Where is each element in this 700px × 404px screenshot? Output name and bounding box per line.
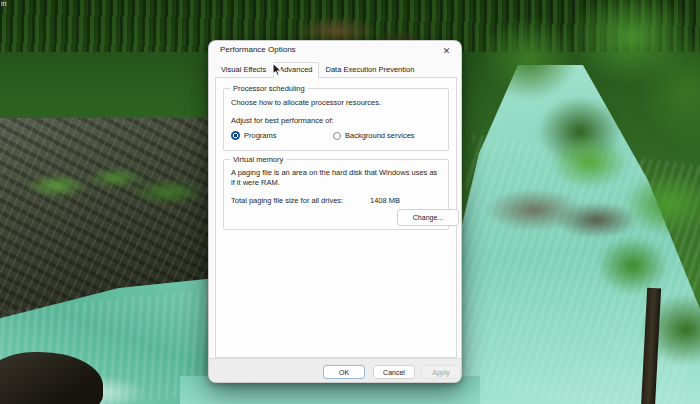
- corner-watermark: in: [1, 0, 6, 7]
- paging-file-total-label: Total paging file size for all drives:: [231, 196, 343, 206]
- processor-scheduling-description: Choose how to allocate processor resourc…: [231, 98, 443, 108]
- tab-data-execution-prevention[interactable]: Data Execution Prevention: [320, 62, 421, 77]
- paging-file-size-value: 1408 MB: [370, 196, 400, 206]
- wallpaper-trees-right: [538, 118, 700, 364]
- ok-button[interactable]: OK: [323, 365, 365, 379]
- dialog-title: Performance Options: [220, 45, 296, 54]
- apply-button: Apply: [421, 365, 461, 379]
- performance-options-dialog: Performance Options ✕ Visual Effects Adv…: [208, 40, 462, 383]
- radio-background-services[interactable]: Background services: [333, 131, 415, 140]
- radio-programs[interactable]: Programs: [231, 131, 277, 140]
- performance-radio-group: Programs Background services: [231, 131, 443, 143]
- paging-file-description: A paging file is an area on the hard dis…: [231, 168, 439, 187]
- advanced-tab-panel: Processor scheduling Choose how to alloc…: [215, 77, 457, 358]
- radio-unselected-icon[interactable]: [333, 132, 341, 140]
- wallpaper-moss: [8, 158, 203, 220]
- group-legend: Virtual memory: [230, 155, 286, 164]
- virtual-memory-group: Virtual memory A paging file is an area …: [223, 159, 449, 230]
- mouse-cursor: [272, 62, 284, 78]
- radio-selected-icon[interactable]: [231, 131, 240, 140]
- change-button[interactable]: Change...: [397, 209, 459, 226]
- close-icon[interactable]: ✕: [439, 44, 454, 58]
- adjust-performance-label: Adjust for best performance of:: [231, 116, 443, 126]
- group-legend: Processor scheduling: [230, 84, 308, 93]
- dialog-footer: OK Cancel Apply: [209, 358, 462, 383]
- radio-programs-label: Programs: [244, 131, 277, 140]
- processor-scheduling-group: Processor scheduling Choose how to alloc…: [223, 88, 449, 151]
- tab-strip: Visual Effects Advanced Data Execution P…: [215, 61, 455, 77]
- radio-background-services-label: Background services: [345, 131, 415, 140]
- cancel-button[interactable]: Cancel: [373, 365, 415, 379]
- tab-visual-effects[interactable]: Visual Effects: [215, 62, 272, 77]
